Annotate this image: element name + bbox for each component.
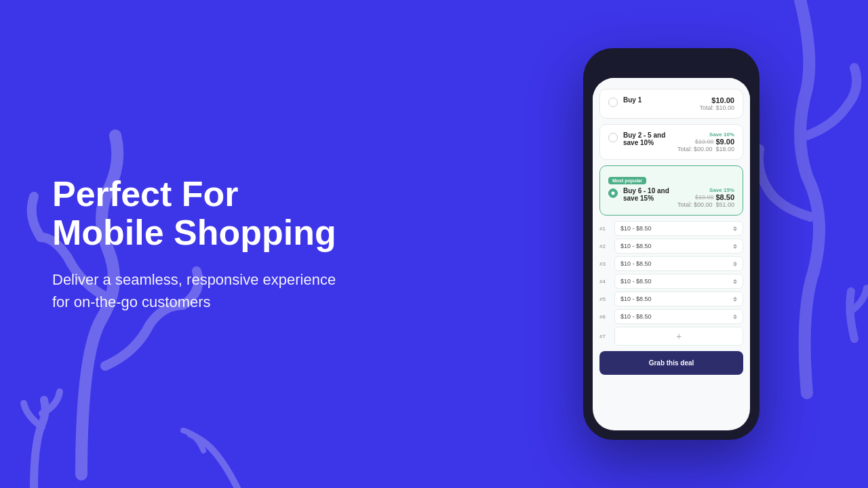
qty-row-add: #7 +	[599, 327, 743, 346]
description-text: Deliver a seamless, responsive experienc…	[52, 268, 344, 313]
phone-mockup: Buy 1 $10.00 Total: $10.00 Buy 2 - 5 and…	[583, 48, 760, 440]
qty-row-6: #6 $10 - $8.50	[599, 309, 743, 324]
tier-radio-1[interactable]	[608, 98, 618, 107]
phone-frame: Buy 1 $10.00 Total: $10.00 Buy 2 - 5 and…	[583, 48, 760, 440]
qty-label-5: #5	[599, 296, 610, 302]
qty-label-6: #6	[599, 314, 610, 320]
tier-2-label: Buy 2 - 5 and save 10%	[623, 131, 677, 146]
qty-value-3: $10 - $8.50	[620, 260, 652, 267]
heading-line1: Perfect For	[52, 175, 344, 214]
qty-up-4[interactable]	[733, 279, 737, 281]
tier-2-price: $9.00	[715, 138, 734, 146]
tier-3-price: $8.50	[715, 193, 734, 201]
qty-value-4: $10 - $8.50	[620, 278, 652, 285]
tier-1-total: Total: $10.00	[699, 104, 734, 111]
qty-selector-5[interactable]: $10 - $8.50	[614, 291, 743, 306]
qty-selector-2[interactable]: $10 - $8.50	[614, 239, 743, 253]
qty-arrows-4[interactable]	[733, 279, 737, 284]
qty-row-4: #4 $10 - $8.50	[599, 274, 743, 289]
qty-arrows-5[interactable]	[733, 297, 737, 302]
heading-line2: Mobile Shopping	[52, 214, 344, 252]
qty-down-2[interactable]	[733, 247, 737, 249]
tier-card-3[interactable]: Most popular Buy 6 - 10 and save 15% Sav…	[599, 165, 743, 216]
qty-up-1[interactable]	[733, 226, 737, 228]
tier-radio-3[interactable]	[608, 188, 618, 198]
qty-down-3[interactable]	[733, 264, 737, 266]
qty-down-4[interactable]	[733, 282, 737, 284]
qty-up-5[interactable]	[733, 297, 737, 299]
tier-1-label: Buy 1	[623, 96, 699, 104]
add-icon: +	[676, 331, 682, 342]
tier-3-total: Total: $00.00 $51.00	[677, 201, 734, 208]
tier-card-2[interactable]: Buy 2 - 5 and save 10% Save 10% $10.00 $…	[599, 124, 743, 160]
phone-screen: Buy 1 $10.00 Total: $10.00 Buy 2 - 5 and…	[593, 78, 750, 430]
qty-label-1: #1	[599, 226, 610, 232]
tier-3-old-price: $10.00	[695, 194, 714, 201]
qty-arrows-2[interactable]	[733, 244, 737, 249]
qty-arrows-6[interactable]	[733, 314, 737, 319]
phone-notch	[641, 58, 702, 73]
tier-2-save: Save 10%	[677, 131, 734, 138]
qty-value-1: $10 - $8.50	[620, 225, 652, 232]
qty-down-1[interactable]	[733, 229, 737, 231]
qty-label-3: #3	[599, 261, 610, 267]
qty-up-6[interactable]	[733, 314, 737, 317]
tier-radio-2[interactable]	[608, 133, 618, 142]
qty-value-2: $10 - $8.50	[620, 243, 652, 249]
qty-selector-3[interactable]: $10 - $8.50	[614, 256, 743, 271]
qty-arrows-1[interactable]	[733, 226, 737, 231]
qty-row-5: #5 $10 - $8.50	[599, 291, 743, 306]
qty-selector-4[interactable]: $10 - $8.50	[614, 274, 743, 289]
qty-add-button[interactable]: +	[614, 327, 743, 346]
most-popular-badge: Most popular	[608, 177, 646, 184]
tier-2-old-price: $10.00	[695, 138, 714, 145]
qty-selector-6[interactable]: $10 - $8.50	[614, 309, 743, 324]
qty-up-3[interactable]	[733, 262, 737, 264]
qty-label-4: #4	[599, 279, 610, 285]
qty-row-3: #3 $10 - $8.50	[599, 256, 743, 271]
qty-arrows-3[interactable]	[733, 262, 737, 266]
qty-label-add: #7	[599, 333, 610, 340]
qty-label-2: #2	[599, 243, 610, 249]
qty-row-1: #1 $10 - $8.50	[599, 221, 743, 236]
tier-3-label: Buy 6 - 10 and save 15%	[623, 187, 677, 202]
qty-value-6: $10 - $8.50	[620, 313, 652, 320]
tier-3-save: Save 15%	[677, 187, 734, 193]
qty-down-6[interactable]	[733, 317, 737, 319]
qty-up-2[interactable]	[733, 244, 737, 246]
qty-value-5: $10 - $8.50	[620, 296, 652, 302]
grab-deal-button[interactable]: Grab this deal	[599, 351, 743, 375]
tier-card-1[interactable]: Buy 1 $10.00 Total: $10.00	[599, 89, 743, 119]
tier-2-total: Total: $00.00 $18.00	[677, 146, 734, 152]
qty-row-2: #2 $10 - $8.50	[599, 239, 743, 253]
qty-selector-1[interactable]: $10 - $8.50	[614, 221, 743, 236]
tier-1-price: $10.00	[699, 96, 734, 104]
qty-down-5[interactable]	[733, 300, 737, 302]
